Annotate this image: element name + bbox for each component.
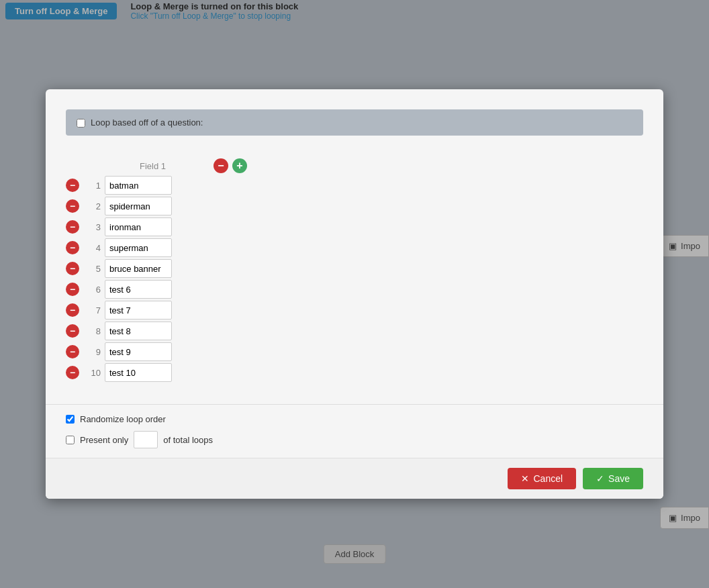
table-row: − 5 — [66, 259, 643, 278]
row-remove-button[interactable]: − — [66, 345, 79, 358]
table-row: − 4 — [66, 238, 643, 257]
randomize-row: Randomize loop order — [66, 414, 643, 424]
row-remove-button[interactable]: − — [66, 324, 79, 338]
table-row: − 9 — [66, 342, 643, 361]
loop-merge-modal: Loop based off of a question: Field 1 − … — [46, 89, 663, 499]
row-input[interactable] — [105, 238, 172, 257]
save-button[interactable]: ✓ Save — [583, 468, 643, 489]
row-number: 10 — [85, 368, 101, 378]
present-only-label: Present only — [80, 435, 128, 445]
row-number: 5 — [85, 264, 101, 274]
modal-body: Loop based off of a question: Field 1 − … — [46, 89, 663, 404]
randomize-label: Randomize loop order — [80, 414, 166, 424]
table-row: − 6 — [66, 280, 643, 299]
row-minus-icon: − — [70, 201, 75, 211]
row-minus-icon: − — [70, 222, 75, 232]
row-number: 9 — [85, 347, 101, 357]
row-remove-button[interactable]: − — [66, 199, 79, 213]
table-row: − 10 — [66, 363, 643, 382]
randomize-checkbox[interactable] — [66, 415, 75, 424]
modal-overlay: Loop based off of a question: Field 1 − … — [0, 0, 709, 588]
row-number: 8 — [85, 326, 101, 336]
row-minus-icon: − — [70, 305, 75, 315]
add-field-button[interactable]: + — [232, 158, 247, 173]
loop-question-label: Loop based off of a question: — [91, 117, 203, 128]
present-suffix: of total loops — [163, 435, 213, 445]
row-number: 7 — [85, 305, 101, 315]
row-input[interactable] — [105, 342, 172, 361]
row-input[interactable] — [105, 259, 172, 278]
row-remove-button[interactable]: − — [66, 303, 79, 317]
row-input[interactable] — [105, 197, 172, 215]
data-rows-container: − 1 − 2 − 3 − 4 − 5 — [66, 176, 643, 382]
table-row: − 8 — [66, 322, 643, 340]
save-label: Save — [608, 473, 630, 484]
row-remove-button[interactable]: − — [66, 241, 79, 254]
row-input[interactable] — [105, 322, 172, 340]
plus-icon: + — [236, 160, 242, 172]
present-only-checkbox[interactable] — [66, 436, 75, 444]
loop-question-box: Loop based off of a question: — [66, 109, 643, 136]
loop-question-checkbox[interactable] — [77, 119, 85, 128]
present-row: Present only of total loops — [66, 431, 643, 448]
row-input[interactable] — [105, 217, 172, 236]
row-minus-icon: − — [70, 242, 75, 253]
cancel-icon: ✕ — [521, 473, 529, 484]
row-remove-button[interactable]: − — [66, 262, 79, 275]
row-minus-icon: − — [70, 367, 75, 378]
remove-field-button[interactable]: − — [214, 158, 228, 173]
row-remove-button[interactable]: − — [66, 283, 79, 296]
row-number: 3 — [85, 222, 101, 232]
row-remove-button[interactable]: − — [66, 220, 79, 234]
modal-action-bar: ✕ Cancel ✓ Save — [46, 458, 663, 499]
row-minus-icon: − — [70, 180, 75, 191]
row-minus-icon: − — [70, 346, 75, 357]
row-minus-icon: − — [70, 326, 75, 336]
row-input[interactable] — [105, 280, 172, 299]
table-row: − 1 — [66, 176, 643, 195]
cancel-button[interactable]: ✕ Cancel — [508, 468, 576, 489]
field-1-header: Field 1 — [140, 161, 207, 171]
table-area: Field 1 − + − 1 — [66, 152, 643, 391]
row-minus-icon: − — [70, 284, 75, 295]
row-remove-button[interactable]: − — [66, 179, 79, 192]
save-icon: ✓ — [596, 473, 604, 484]
table-row: − 3 — [66, 217, 643, 236]
cancel-label: Cancel — [533, 473, 563, 484]
row-number: 1 — [85, 181, 101, 191]
table-row: − 2 — [66, 197, 643, 215]
present-count-input[interactable] — [134, 431, 158, 448]
row-input[interactable] — [105, 301, 172, 320]
row-number: 6 — [85, 285, 101, 295]
row-number: 2 — [85, 201, 101, 211]
field-header-row: Field 1 − + — [140, 158, 643, 173]
row-number: 4 — [85, 243, 101, 253]
minus-icon: − — [218, 160, 224, 172]
field-controls: − + — [214, 158, 247, 173]
row-input[interactable] — [105, 176, 172, 195]
modal-footer: Randomize loop order Present only of tot… — [46, 404, 663, 458]
table-row: − 7 — [66, 301, 643, 320]
row-input[interactable] — [105, 363, 172, 382]
row-remove-button[interactable]: − — [66, 366, 79, 379]
row-minus-icon: − — [70, 263, 75, 274]
